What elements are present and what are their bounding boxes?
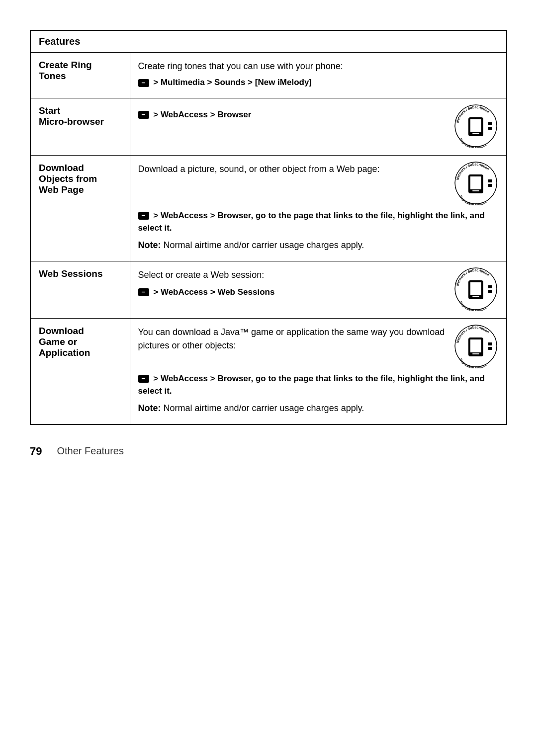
feature-label-create-ring: Create RingTones: [30, 53, 130, 98]
menu-button-icon: [138, 79, 149, 87]
svg-rect-31: [488, 347, 492, 350]
feature-label-download-game: DownloadGame orApplication: [30, 318, 130, 424]
menu-button-icon: [138, 111, 149, 119]
svg-rect-7: [488, 127, 492, 130]
page-footer: 79 Other Features: [30, 445, 507, 458]
page-number: 79: [30, 445, 42, 458]
svg-rect-2: [470, 119, 481, 132]
feature-content-download-objects: Download a picture, sound, or other obje…: [130, 155, 507, 261]
feature-label-download-objects: DownloadObjects fromWeb Page: [30, 155, 130, 261]
menu-button-icon: [138, 288, 149, 296]
svg-text:Dependent  Feature: Dependent Feature: [459, 194, 487, 205]
table-header-cell: Features: [30, 30, 507, 53]
network-dependent-badge: Network / Subscription Dependent Feature: [453, 266, 498, 311]
feature-content-create-ring: Create ring tones that you can use with …: [130, 53, 507, 98]
svg-rect-10: [470, 176, 481, 189]
svg-rect-26: [470, 339, 481, 352]
svg-rect-30: [488, 342, 492, 345]
svg-rect-14: [488, 179, 492, 182]
table-header-row: Features: [30, 30, 507, 53]
features-table: Features Create RingTones Create ring to…: [30, 30, 507, 425]
svg-rect-18: [470, 282, 481, 295]
table-row: DownloadGame orApplication You can downl…: [30, 318, 507, 424]
svg-text:Dependent  Feature: Dependent Feature: [459, 357, 487, 368]
menu-button-icon: [138, 212, 149, 220]
network-dependent-badge: Network / Subscription Dependent Feature: [453, 103, 498, 148]
header-label: Features: [39, 36, 80, 47]
svg-rect-23: [488, 290, 492, 293]
svg-text:Dependent  Feature: Dependent Feature: [459, 137, 487, 148]
svg-rect-27: [472, 353, 479, 354]
table-row: Web Sessions Select or create a Web sess…: [30, 261, 507, 318]
svg-rect-15: [488, 184, 492, 187]
page-title-footer: Other Features: [57, 445, 124, 457]
feature-content-web-sessions: Select or create a Web session: > WebAcc…: [130, 261, 507, 318]
table-row: StartMicro-browser > WebAccess > Browser: [30, 98, 507, 155]
feature-label-micro-browser: StartMicro-browser: [30, 98, 130, 155]
network-dependent-badge: Network / Subscription Dependent Feature: [453, 324, 498, 368]
table-row: Create RingTones Create ring tones that …: [30, 53, 507, 98]
svg-rect-3: [472, 133, 479, 134]
svg-rect-11: [472, 190, 479, 191]
feature-content-download-game: You can download a Java™ game or applica…: [130, 318, 507, 424]
feature-label-web-sessions: Web Sessions: [30, 261, 130, 318]
svg-text:Dependent  Feature: Dependent Feature: [459, 300, 487, 311]
svg-rect-19: [472, 296, 479, 297]
network-dependent-badge: Network / Subscription Dependent Feature: [453, 161, 498, 205]
svg-rect-22: [488, 285, 492, 288]
menu-button-icon: [138, 375, 149, 383]
svg-rect-6: [488, 122, 492, 125]
table-row: DownloadObjects fromWeb Page Download a …: [30, 155, 507, 261]
feature-content-micro-browser: > WebAccess > Browser: [130, 98, 507, 155]
